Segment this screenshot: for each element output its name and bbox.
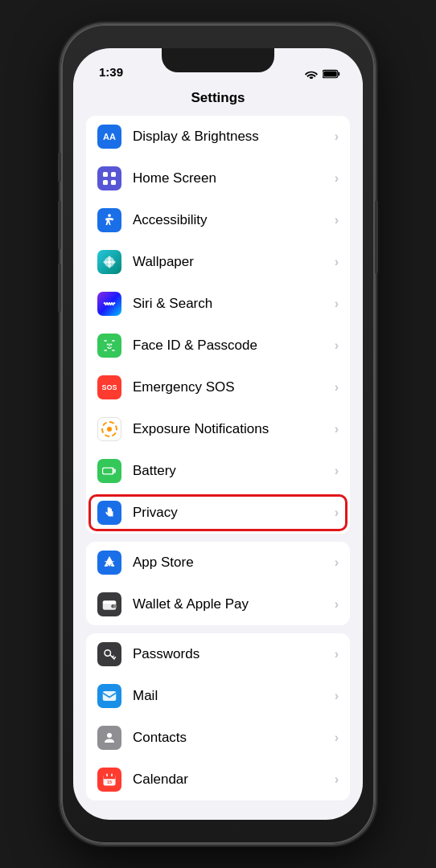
svg-rect-18 bbox=[112, 340, 115, 342]
exposure-chevron: › bbox=[335, 422, 339, 436]
exposure-icon bbox=[97, 417, 121, 441]
svg-rect-5 bbox=[103, 180, 108, 185]
display-icon: AA bbox=[97, 125, 121, 149]
flower-icon bbox=[102, 255, 117, 269]
siri-icon bbox=[97, 292, 121, 316]
passwords-label: Passwords bbox=[133, 646, 335, 662]
settings-row-display[interactable]: AA Display & Brightness › bbox=[86, 116, 350, 158]
homescreen-label: Home Screen bbox=[133, 170, 335, 186]
power-button[interactable] bbox=[375, 201, 378, 273]
svg-rect-26 bbox=[103, 469, 112, 474]
hand-icon bbox=[102, 506, 117, 520]
mail-symbol-icon bbox=[102, 690, 117, 702]
privacy-icon bbox=[97, 501, 121, 525]
battery-icon bbox=[97, 459, 121, 483]
battery-status-icon bbox=[323, 69, 340, 79]
settings-group-3: Passwords › Mail › bbox=[86, 633, 350, 800]
volume-down-button[interactable] bbox=[58, 264, 61, 312]
settings-row-exposure[interactable]: Exposure Notifications › bbox=[86, 408, 350, 450]
svg-rect-1 bbox=[338, 72, 339, 76]
svg-rect-6 bbox=[111, 180, 116, 185]
appstore-icon bbox=[97, 551, 121, 575]
settings-row-passwords[interactable]: Passwords › bbox=[86, 633, 350, 675]
sos-icon: SOS bbox=[97, 375, 121, 399]
phone-frame: 1:39 Settings bbox=[61, 24, 375, 844]
svg-rect-35 bbox=[104, 775, 116, 779]
siri-wave-icon bbox=[102, 297, 117, 311]
display-label: Display & Brightness bbox=[133, 129, 335, 145]
settings-row-battery[interactable]: Battery › bbox=[86, 450, 350, 492]
svg-rect-4 bbox=[111, 172, 116, 177]
exposure-label: Exposure Notifications bbox=[133, 421, 335, 437]
wallpaper-icon bbox=[97, 250, 121, 274]
calendar-chevron: › bbox=[335, 772, 339, 787]
notch bbox=[162, 48, 274, 72]
svg-point-22 bbox=[110, 343, 112, 345]
battery-symbol-icon bbox=[102, 465, 117, 477]
svg-text:15: 15 bbox=[107, 780, 112, 784]
svg-rect-20 bbox=[112, 350, 115, 351]
status-time: 1:39 bbox=[96, 65, 123, 79]
homescreen-icon bbox=[97, 166, 121, 190]
mail-icon bbox=[97, 684, 121, 708]
sos-chevron: › bbox=[335, 380, 339, 395]
settings-row-homescreen[interactable]: Home Screen › bbox=[86, 158, 350, 199]
key-icon bbox=[102, 647, 117, 661]
faceid-icon bbox=[97, 334, 121, 358]
screen: 1:39 Settings bbox=[73, 48, 363, 820]
svg-rect-3 bbox=[103, 172, 108, 177]
svg-point-30 bbox=[113, 604, 117, 608]
svg-rect-17 bbox=[104, 340, 107, 342]
settings-row-privacy[interactable]: Privacy › bbox=[86, 492, 350, 534]
wallet-symbol-icon bbox=[102, 598, 117, 611]
contacts-chevron: › bbox=[335, 731, 339, 745]
homescreen-chevron: › bbox=[335, 171, 339, 186]
contacts-label: Contacts bbox=[133, 730, 335, 746]
battery-chevron: › bbox=[335, 464, 339, 478]
volume-up-button[interactable] bbox=[58, 201, 61, 249]
settings-row-contacts[interactable]: Contacts › bbox=[86, 717, 350, 759]
faceid-symbol-icon bbox=[102, 338, 117, 353]
settings-group-1: AA Display & Brightness › bbox=[86, 116, 350, 534]
siri-label: Siri & Search bbox=[133, 296, 335, 312]
privacy-label: Privacy bbox=[133, 505, 335, 521]
svg-rect-36 bbox=[106, 774, 108, 777]
calendar-icon: 15 bbox=[97, 768, 121, 792]
passwords-chevron: › bbox=[335, 647, 339, 661]
passwords-icon bbox=[97, 642, 121, 666]
wallpaper-label: Wallpaper bbox=[133, 254, 335, 270]
settings-row-wallpaper[interactable]: Wallpaper › bbox=[86, 241, 350, 283]
accessibility-icon bbox=[97, 208, 121, 232]
svg-rect-28 bbox=[103, 601, 117, 604]
appstore-symbol-icon bbox=[102, 555, 117, 570]
svg-rect-32 bbox=[103, 691, 117, 701]
settings-row-appstore[interactable]: App Store › bbox=[86, 542, 350, 583]
mute-button[interactable] bbox=[58, 153, 61, 182]
settings-row-faceid[interactable]: Face ID & Passcode › bbox=[86, 325, 350, 366]
settings-row-calendar[interactable]: 15 Calendar › bbox=[86, 759, 350, 800]
settings-row-siri[interactable]: Siri & Search › bbox=[86, 283, 350, 325]
svg-point-33 bbox=[107, 733, 112, 738]
accessibility-label: Accessibility bbox=[133, 212, 335, 228]
faceid-label: Face ID & Passcode bbox=[133, 338, 335, 354]
wallet-icon bbox=[97, 592, 121, 616]
privacy-chevron: › bbox=[335, 506, 339, 520]
svg-rect-19 bbox=[104, 350, 107, 351]
contacts-symbol-icon bbox=[102, 731, 117, 745]
svg-rect-25 bbox=[114, 469, 116, 473]
mail-chevron: › bbox=[335, 689, 339, 703]
svg-point-21 bbox=[107, 343, 109, 345]
settings-row-sos[interactable]: SOS Emergency SOS › bbox=[86, 366, 350, 408]
settings-row-mail[interactable]: Mail › bbox=[86, 675, 350, 717]
wallet-label: Wallet & Apple Pay bbox=[133, 596, 335, 612]
calendar-label: Calendar bbox=[133, 772, 335, 788]
accessibility-symbol-icon bbox=[102, 213, 117, 227]
mail-label: Mail bbox=[133, 688, 335, 704]
wallet-chevron: › bbox=[335, 597, 339, 612]
calendar-symbol-icon: 15 bbox=[102, 772, 117, 787]
settings-row-accessibility[interactable]: Accessibility › bbox=[86, 199, 350, 241]
settings-row-wallet[interactable]: Wallet & Apple Pay › bbox=[86, 583, 350, 625]
grid-icon bbox=[102, 171, 117, 186]
page-title: Settings bbox=[73, 84, 363, 116]
sos-label: Emergency SOS bbox=[133, 379, 335, 395]
